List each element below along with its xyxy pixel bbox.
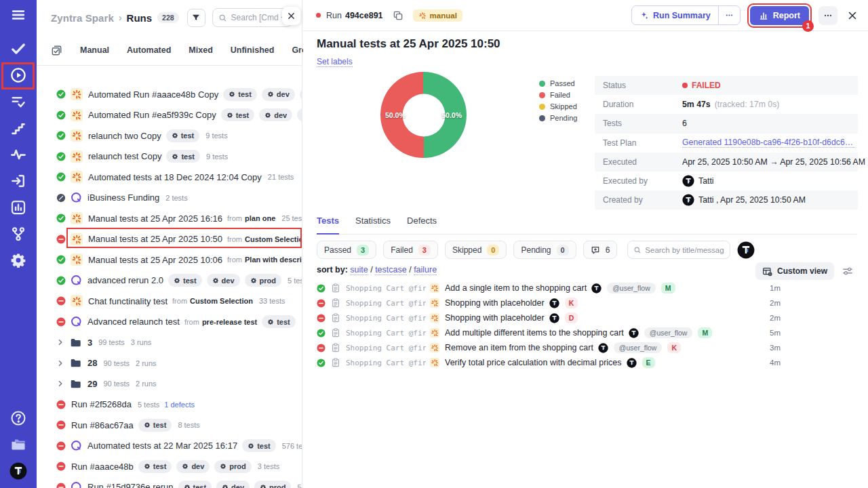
more-actions-button[interactable]	[818, 6, 837, 25]
sort-by-failure[interactable]: failure	[414, 265, 437, 275]
report-button[interactable]: Report	[750, 6, 809, 25]
run-row[interactable]: Run #2f5268da5 tests1 defects	[37, 394, 302, 415]
tag-dev: dev	[259, 108, 292, 121]
folder-row[interactable]: 399 tests3 runs	[37, 332, 302, 353]
spark-logo-icon	[430, 298, 439, 308]
filter-button[interactable]	[187, 9, 205, 27]
folder-icon	[70, 357, 81, 369]
filter-chip-failed[interactable]: Failed3	[383, 241, 438, 259]
sidebar-requirements-icon[interactable]	[10, 94, 26, 110]
defects-link[interactable]: 1 defects	[164, 401, 195, 409]
run-summary-more-button[interactable]	[718, 6, 740, 24]
info-label: Created by	[603, 195, 682, 205]
run-row[interactable]: Manual tests at 25 Apr 2025 16:16frompla…	[37, 208, 302, 229]
run-row[interactable]: Automated tests at 22 Mar 2025 16:17test…	[37, 436, 302, 457]
run-row[interactable]: relaunch test Copytest9 tests	[37, 146, 302, 167]
filter-chip-passed[interactable]: Passed3	[317, 241, 376, 259]
tag-test: test	[262, 315, 296, 328]
panel-close-button[interactable]	[282, 7, 300, 25]
copy-icon[interactable]	[393, 10, 403, 21]
test-row[interactable]: Shopping Cart @fir...Add a single item t…	[317, 281, 868, 296]
run-name: Manual tests at 25 Apr 2025 10:50	[88, 234, 222, 244]
tab-statistics[interactable]: Statistics	[355, 216, 391, 234]
sidebar-imports-icon[interactable]	[10, 173, 26, 189]
test-row[interactable]: Shopping Cart @fir...Remove an item from…	[317, 340, 868, 355]
runs-tab-unfinished[interactable]: Unfinished	[231, 45, 275, 55]
test-duration: 4m	[770, 359, 781, 367]
comments-chip[interactable]: 6	[583, 241, 618, 259]
sliders-icon[interactable]	[842, 266, 853, 277]
runs-search[interactable]	[212, 8, 292, 27]
test-row[interactable]: Shopping Cart @fir...Verify total price …	[317, 355, 868, 370]
select-all-icon[interactable]	[51, 45, 62, 56]
tag-dev: dev	[262, 88, 295, 101]
run-tests-count: 5 tests	[297, 483, 302, 488]
run-row[interactable]: Manual tests at 25 Apr 2025 10:06fromPla…	[37, 249, 302, 270]
run-row[interactable]: Run #aaace48btestdevprod3 tests	[37, 456, 302, 477]
run-row[interactable]: Advanced relaunch testfrompre-release te…	[37, 312, 302, 333]
tab-tests[interactable]: Tests	[317, 216, 339, 235]
status-failed-icon	[56, 483, 66, 488]
tag-label: dev	[222, 277, 235, 285]
run-row[interactable]: Automated tests at 18 Dec 2024 12:04 Cop…	[37, 167, 302, 188]
run-row[interactable]: Run #86ac67aatest8 tests	[37, 415, 302, 436]
gear-icon	[267, 91, 274, 98]
gear-icon	[182, 463, 189, 470]
folder-icon	[70, 378, 81, 390]
test-row[interactable]: Shopping Cart @fir...Shopping with place…	[317, 296, 868, 310]
folder-row[interactable]: 2990 tests2 runs	[37, 373, 302, 394]
runs-search-input[interactable]	[231, 13, 286, 22]
tag-label: dev	[274, 111, 287, 119]
status-passed-icon	[56, 131, 66, 140]
run-row[interactable]: relaunch two Copytest9 tests	[37, 125, 302, 146]
sidebar-projects-icon[interactable]	[10, 436, 26, 453]
filter-chip-skipped[interactable]: Skipped0	[445, 241, 507, 259]
filter-chip-pending[interactable]: Pending0	[513, 241, 576, 259]
run-row[interactable]: Run #15d9736e reruntestdevprod5 tests	[37, 477, 302, 488]
detail-close-button[interactable]	[847, 10, 858, 21]
runs-tab-mixed[interactable]: Mixed	[189, 45, 212, 55]
folder-row[interactable]: 2890 tests2 runs	[37, 353, 302, 374]
test-plan-link[interactable]: Generated 1190e08b-ca96-4f26-b10f-d6dc6f…	[682, 138, 855, 148]
assignee-filter-avatar[interactable]	[737, 241, 755, 259]
breadcrumb-workspace[interactable]: Zyntra Spark	[51, 12, 114, 24]
run-row[interactable]: Chat functinality testfromCustom Selecti…	[37, 291, 302, 312]
tag-test: test	[138, 419, 172, 432]
run-row[interactable]: Automated Run #aaace48b Copytestdevprod	[37, 84, 302, 105]
run-row[interactable]: Manual tests at 25 Apr 2025 10:50fromCus…	[37, 229, 302, 250]
runs-tab-manual[interactable]: Manual	[80, 45, 109, 55]
run-row[interactable]: Automated Run #ea5f939c Copytestdevprod	[37, 105, 302, 126]
run-name: Manual tests at 25 Apr 2025 16:16	[88, 214, 222, 224]
assignee-avatar	[627, 358, 637, 368]
sidebar-help-icon[interactable]	[10, 410, 26, 426]
tab-defects[interactable]: Defects	[407, 216, 437, 234]
sidebar-reports-icon[interactable]	[10, 199, 26, 216]
run-row[interactable]: iBusiness Funding2 tests	[37, 188, 302, 209]
milestone-badge: E	[642, 357, 655, 368]
tag-label: dev	[277, 90, 290, 98]
runs-tab-automated[interactable]: Automated	[127, 45, 171, 55]
sidebar-pipelines-icon[interactable]	[10, 226, 26, 242]
tests-search[interactable]	[627, 241, 730, 259]
tests-list: Shopping Cart @fir...Add a single item t…	[317, 281, 868, 370]
sort-separator: /	[368, 265, 375, 274]
set-labels-link[interactable]: Set labels	[317, 57, 353, 67]
sort-by-suite[interactable]: suite	[350, 265, 368, 275]
run-summary-label: Run Summary	[653, 11, 711, 20]
run-summary-button[interactable]: Run Summary	[632, 11, 718, 20]
test-row[interactable]: Shopping Cart @fir...Add multiple differ…	[317, 325, 868, 340]
tag-test: test	[138, 460, 172, 473]
breadcrumb-page[interactable]: Runs	[127, 12, 153, 24]
custom-view-button[interactable]: Custom view	[755, 262, 834, 280]
sidebar-runs-icon[interactable]	[10, 67, 26, 83]
test-row[interactable]: Shopping Cart @fir...Shopping with place…	[317, 310, 868, 325]
suite-name: Shopping Cart @fir...	[346, 359, 426, 367]
sidebar-insights-icon[interactable]	[10, 146, 26, 163]
tests-search-input[interactable]	[645, 246, 724, 254]
run-row[interactable]: advanced rerun 2.0testdevprod5 tests	[37, 270, 302, 291]
sidebar-settings-icon[interactable]	[10, 252, 26, 268]
sort-by-testcase[interactable]: testcase	[375, 265, 407, 275]
funnel-icon	[191, 13, 201, 22]
sidebar-milestones-icon[interactable]	[10, 120, 26, 136]
sidebar-tests-icon[interactable]	[10, 41, 26, 57]
